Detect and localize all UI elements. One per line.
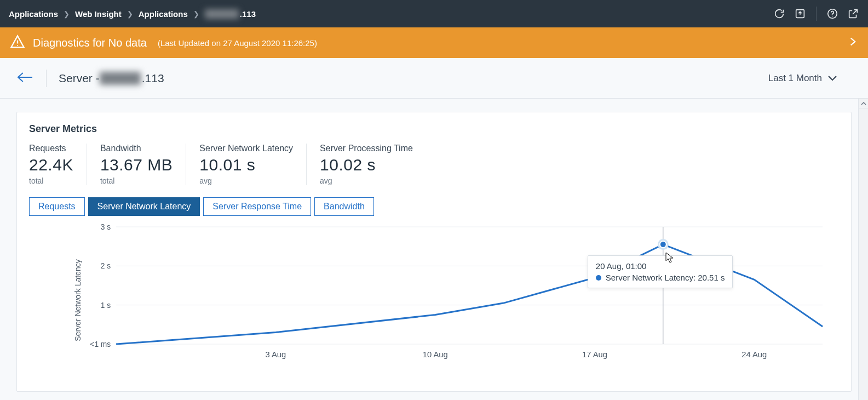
- metric-value: 13.67 MB: [100, 156, 173, 174]
- chevron-right-icon[interactable]: [848, 35, 858, 51]
- page-title: Server - xxxxxx .113: [59, 72, 164, 85]
- tooltip-series-dot: [596, 275, 601, 281]
- diagnostics-title: Diagnostics for No data: [33, 37, 147, 49]
- warning-triangle-icon: [10, 34, 25, 52]
- tooltip-series-label: Server Network Latency: 20.51 s: [606, 273, 725, 282]
- svg-text:24 Aug: 24 Aug: [741, 350, 767, 359]
- divider: [46, 70, 47, 87]
- metric-sub: total: [29, 176, 73, 185]
- card-title: Server Metrics: [29, 123, 839, 135]
- breadcrumb-item[interactable]: Applications: [9, 9, 58, 19]
- chevron-right-icon: ❯: [64, 10, 70, 18]
- tab-bandwidth[interactable]: Bandwidth: [314, 197, 374, 216]
- redacted-segment: xxxxxx: [100, 72, 141, 85]
- metric-tile-latency: Server Network Latency 10.01 s avg: [186, 144, 306, 185]
- svg-text:<1 ms: <1 ms: [90, 340, 111, 348]
- svg-text:3 Aug: 3 Aug: [266, 350, 286, 359]
- metric-label: Requests: [29, 144, 73, 153]
- svg-text:3 s: 3 s: [101, 222, 111, 231]
- y-axis-title: Server Network Latency: [73, 259, 82, 341]
- cursor-icon: [665, 252, 674, 265]
- refresh-icon[interactable]: [773, 8, 785, 20]
- diagnostics-bar[interactable]: Diagnostics for No data (Last Updated on…: [0, 27, 868, 58]
- time-range-picker[interactable]: Last 1 Month: [768, 73, 837, 84]
- metric-sub: total: [100, 176, 173, 185]
- scrollbar-up-arrow-icon[interactable]: [859, 99, 868, 108]
- topbar-actions: [773, 7, 859, 21]
- svg-text:2 s: 2 s: [101, 261, 111, 270]
- svg-point-18: [660, 241, 666, 248]
- metric-tiles: Requests 22.4K total Bandwidth 13.67 MB …: [29, 144, 839, 185]
- server-suffix: .113: [142, 72, 164, 85]
- svg-text:10 Aug: 10 Aug: [423, 350, 448, 359]
- divider: [816, 7, 817, 21]
- metric-value: 10.01 s: [199, 156, 293, 174]
- tooltip-time: 20 Aug, 01:00: [596, 261, 725, 271]
- metric-tile-bandwidth: Bandwidth 13.67 MB total: [87, 144, 186, 185]
- chart-tabs: Requests Server Network Latency Server R…: [29, 197, 839, 216]
- metric-label: Server Network Latency: [199, 144, 293, 153]
- chevron-down-icon: [827, 75, 837, 82]
- metric-value: 22.4K: [29, 156, 73, 174]
- metric-sub: avg: [320, 176, 413, 185]
- chevron-right-icon: ❯: [127, 10, 133, 18]
- svg-point-3: [17, 45, 18, 46]
- svg-point-2: [832, 16, 832, 17]
- range-label: Last 1 Month: [768, 73, 822, 84]
- top-breadcrumb-bar: Applications ❯ Web Insight ❯ Application…: [0, 0, 868, 27]
- redacted-segment: xxxxxx: [205, 9, 239, 19]
- chart-area: Server Network Latency <1 ms1 s2 s3 s3 A…: [40, 224, 833, 377]
- breadcrumb-item[interactable]: Applications: [139, 9, 188, 19]
- metric-label: Server Processing Time: [320, 144, 413, 153]
- svg-text:1 s: 1 s: [101, 301, 111, 310]
- metric-sub: avg: [199, 176, 293, 185]
- svg-text:17 Aug: 17 Aug: [582, 350, 607, 359]
- server-metrics-card: Server Metrics Requests 22.4K total Band…: [16, 112, 852, 392]
- breadcrumb-suffix: .113: [240, 9, 256, 19]
- help-icon[interactable]: [826, 8, 838, 20]
- breadcrumb-current: xxxxxx.113: [205, 9, 256, 19]
- metric-tile-processing: Server Processing Time 10.02 s avg: [306, 144, 426, 185]
- diagnostics-updated: (Last Updated on 27 August 2020 11:26:25…: [158, 38, 317, 48]
- tab-requests[interactable]: Requests: [29, 197, 85, 216]
- chevron-right-icon: ❯: [193, 10, 199, 18]
- metric-tile-requests: Requests 22.4K total: [29, 144, 87, 185]
- metric-label: Bandwidth: [100, 144, 173, 153]
- back-arrow-icon[interactable]: [16, 71, 34, 86]
- breadcrumb: Applications ❯ Web Insight ❯ Application…: [9, 9, 256, 19]
- tab-latency[interactable]: Server Network Latency: [88, 197, 200, 216]
- open-external-icon[interactable]: [847, 8, 859, 20]
- chart-plot[interactable]: <1 ms1 s2 s3 s3 Aug10 Aug17 Aug24 Aug 20…: [84, 224, 828, 361]
- chart-tooltip: 20 Aug, 01:00 Server Network Latency: 20…: [588, 255, 733, 288]
- server-prefix: Server -: [59, 72, 100, 85]
- export-icon[interactable]: [794, 8, 806, 20]
- tab-response[interactable]: Server Response Time: [203, 197, 311, 216]
- page-subheader: Server - xxxxxx .113 Last 1 Month: [0, 58, 868, 99]
- vertical-scrollbar[interactable]: [858, 99, 868, 400]
- metric-value: 10.02 s: [320, 156, 413, 174]
- breadcrumb-item[interactable]: Web Insight: [75, 9, 122, 19]
